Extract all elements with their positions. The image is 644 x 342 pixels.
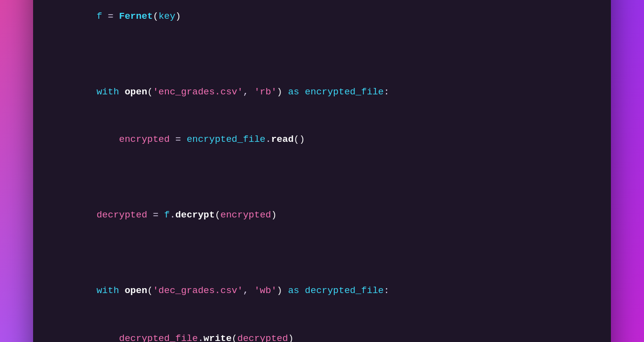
keyword-with-2: with xyxy=(96,285,124,296)
var-encrypted-file: encrypted_file xyxy=(299,86,384,97)
var-f-2: f xyxy=(164,210,169,220)
keyword-as-2: as xyxy=(288,285,299,296)
code-line-5: with open('dec_grades.csv', 'wb') as dec… xyxy=(63,267,581,315)
var-encrypted: encrypted xyxy=(119,134,170,145)
keyword-with-1: with xyxy=(96,86,124,97)
code-line-4: decrypted = f.decrypt(encrypted) xyxy=(63,191,581,239)
fn-write: write xyxy=(203,333,232,342)
fn-read: read xyxy=(271,134,294,145)
blank-line-5 xyxy=(63,239,581,253)
string-dec-csv: 'dec_grades.csv' xyxy=(153,285,242,296)
var-decrypted-1: decrypted xyxy=(96,210,147,220)
blank-line-3 xyxy=(63,164,581,177)
fn-fernet: Fernet xyxy=(119,11,153,22)
var-encrypted-2: encrypted xyxy=(220,210,271,220)
blank-line-2 xyxy=(63,54,581,68)
var-decrypted-file: decrypted_file xyxy=(299,285,384,296)
string-rb: 'rb' xyxy=(254,86,277,97)
var-decrypted-file-2: decrypted_file xyxy=(119,333,198,342)
blank-line-6 xyxy=(63,253,581,267)
var-key: key xyxy=(159,11,175,22)
fn-decrypt: decrypt xyxy=(175,210,215,220)
code-line-6: decrypted_file.write(decrypted) xyxy=(63,315,581,342)
blank-line-4 xyxy=(63,177,581,191)
code-line-1: f = Fernet(key) xyxy=(63,0,581,40)
string-wb: 'wb' xyxy=(254,285,277,296)
var-decrypted-2: decrypted xyxy=(238,333,288,342)
blank-line-1 xyxy=(63,40,581,54)
fn-open-1: open xyxy=(124,86,147,97)
var-f: f xyxy=(96,11,102,22)
fn-open-2: open xyxy=(124,285,147,296)
code-area: f = Fernet(key) with open('enc_grades.cs… xyxy=(33,0,611,342)
code-line-3: encrypted = encrypted_file.read() xyxy=(63,116,581,164)
string-enc-csv: 'enc_grades.csv' xyxy=(153,86,242,97)
var-encrypted-file-2: encrypted_file xyxy=(187,134,266,145)
code-window: Deceryption a file f = Fernet(key) with … xyxy=(33,0,611,342)
keyword-as-1: as xyxy=(288,86,299,97)
code-line-2: with open('enc_grades.csv', 'rb') as enc… xyxy=(63,68,581,116)
